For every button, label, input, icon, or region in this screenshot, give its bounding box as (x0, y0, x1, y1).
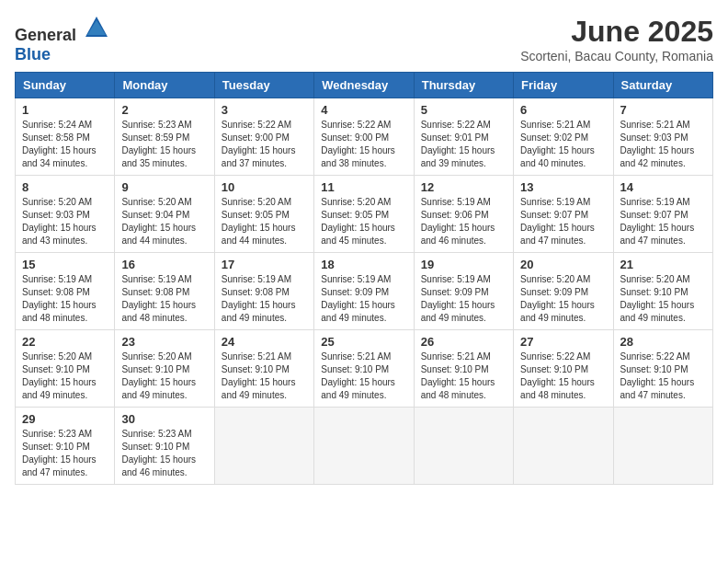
day-number: 1 (22, 103, 108, 117)
location-title: Scorteni, Bacau County, Romania (520, 49, 713, 63)
day-number: 27 (520, 335, 606, 349)
calendar-cell (613, 408, 712, 485)
day-number: 13 (520, 180, 606, 194)
day-number: 5 (421, 103, 506, 117)
day-info: Sunrise: 5:20 AM Sunset: 9:10 PM Dayligh… (121, 350, 207, 402)
calendar-week-5: 29Sunrise: 5:23 AM Sunset: 9:10 PM Dayli… (16, 408, 713, 485)
day-number: 12 (421, 180, 506, 194)
day-number: 14 (620, 180, 706, 194)
calendar-cell: 6Sunrise: 5:21 AM Sunset: 9:02 PM Daylig… (514, 98, 613, 176)
logo-text: General Blue (15, 15, 109, 64)
day-number: 7 (620, 103, 706, 117)
day-info: Sunrise: 5:19 AM Sunset: 9:09 PM Dayligh… (421, 273, 506, 325)
calendar-cell: 26Sunrise: 5:21 AM Sunset: 9:10 PM Dayli… (414, 330, 513, 408)
day-number: 18 (321, 258, 406, 271)
day-info: Sunrise: 5:20 AM Sunset: 9:09 PM Dayligh… (520, 273, 606, 325)
svg-marker-1 (87, 20, 106, 35)
calendar-cell: 1Sunrise: 5:24 AM Sunset: 8:58 PM Daylig… (16, 98, 115, 176)
weekday-header-row: SundayMondayTuesdayWednesdayThursdayFrid… (16, 73, 713, 98)
day-info: Sunrise: 5:23 AM Sunset: 9:10 PM Dayligh… (22, 428, 108, 479)
calendar-cell: 5Sunrise: 5:22 AM Sunset: 9:01 PM Daylig… (414, 98, 513, 176)
day-number: 22 (22, 335, 108, 349)
day-number: 28 (620, 335, 706, 349)
day-number: 6 (520, 103, 606, 117)
day-info: Sunrise: 5:19 AM Sunset: 9:07 PM Dayligh… (620, 196, 706, 247)
day-info: Sunrise: 5:21 AM Sunset: 9:02 PM Dayligh… (520, 119, 606, 170)
calendar-cell: 25Sunrise: 5:21 AM Sunset: 9:10 PM Dayli… (314, 330, 414, 408)
calendar-week-3: 15Sunrise: 5:19 AM Sunset: 9:08 PM Dayli… (16, 253, 713, 330)
weekday-wednesday: Wednesday (314, 73, 414, 98)
day-number: 19 (421, 258, 506, 271)
logo-blue: Blue (15, 45, 51, 63)
day-info: Sunrise: 5:24 AM Sunset: 8:58 PM Dayligh… (22, 119, 108, 170)
month-title: June 2025 (520, 15, 713, 49)
calendar-cell: 13Sunrise: 5:19 AM Sunset: 9:07 PM Dayli… (514, 176, 613, 253)
day-number: 24 (222, 335, 307, 349)
calendar-cell: 8Sunrise: 5:20 AM Sunset: 9:03 PM Daylig… (16, 176, 115, 253)
calendar-cell (514, 408, 613, 485)
day-info: Sunrise: 5:21 AM Sunset: 9:10 PM Dayligh… (421, 350, 506, 402)
day-info: Sunrise: 5:19 AM Sunset: 9:09 PM Dayligh… (321, 273, 406, 325)
day-number: 23 (121, 335, 207, 349)
day-info: Sunrise: 5:21 AM Sunset: 9:10 PM Dayligh… (321, 350, 406, 402)
day-info: Sunrise: 5:19 AM Sunset: 9:08 PM Dayligh… (222, 273, 307, 325)
day-info: Sunrise: 5:22 AM Sunset: 9:10 PM Dayligh… (620, 350, 706, 402)
day-number: 2 (121, 103, 207, 117)
day-info: Sunrise: 5:22 AM Sunset: 9:01 PM Dayligh… (421, 119, 506, 170)
day-number: 3 (222, 103, 307, 117)
calendar-cell: 9Sunrise: 5:20 AM Sunset: 9:04 PM Daylig… (115, 176, 214, 253)
day-number: 20 (520, 258, 606, 271)
day-number: 17 (222, 258, 307, 271)
day-info: Sunrise: 5:21 AM Sunset: 9:03 PM Dayligh… (620, 119, 706, 170)
day-number: 25 (321, 335, 406, 349)
calendar-cell (314, 408, 414, 485)
calendar-cell: 17Sunrise: 5:19 AM Sunset: 9:08 PM Dayli… (214, 253, 313, 330)
calendar-cell: 4Sunrise: 5:22 AM Sunset: 9:00 PM Daylig… (314, 98, 414, 176)
calendar-cell: 15Sunrise: 5:19 AM Sunset: 9:08 PM Dayli… (16, 253, 115, 330)
weekday-sunday: Sunday (16, 73, 115, 98)
day-number: 29 (22, 412, 108, 426)
calendar-cell: 3Sunrise: 5:22 AM Sunset: 9:00 PM Daylig… (214, 98, 313, 176)
day-info: Sunrise: 5:19 AM Sunset: 9:08 PM Dayligh… (22, 273, 108, 325)
calendar-cell: 27Sunrise: 5:22 AM Sunset: 9:10 PM Dayli… (514, 330, 613, 408)
calendar-cell: 12Sunrise: 5:19 AM Sunset: 9:06 PM Dayli… (414, 176, 513, 253)
calendar-cell: 7Sunrise: 5:21 AM Sunset: 9:03 PM Daylig… (613, 98, 712, 176)
title-area: June 2025 Scorteni, Bacau County, Romani… (520, 15, 713, 63)
calendar-cell: 18Sunrise: 5:19 AM Sunset: 9:09 PM Dayli… (314, 253, 414, 330)
calendar-week-2: 8Sunrise: 5:20 AM Sunset: 9:03 PM Daylig… (16, 176, 713, 253)
day-info: Sunrise: 5:23 AM Sunset: 8:59 PM Dayligh… (121, 119, 207, 170)
weekday-thursday: Thursday (414, 73, 513, 98)
day-info: Sunrise: 5:22 AM Sunset: 9:00 PM Dayligh… (321, 119, 406, 170)
calendar-cell: 21Sunrise: 5:20 AM Sunset: 9:10 PM Dayli… (613, 253, 712, 330)
day-number: 4 (321, 103, 406, 117)
day-info: Sunrise: 5:20 AM Sunset: 9:05 PM Dayligh… (321, 196, 406, 247)
day-info: Sunrise: 5:19 AM Sunset: 9:08 PM Dayligh… (121, 273, 207, 325)
calendar-cell: 14Sunrise: 5:19 AM Sunset: 9:07 PM Dayli… (613, 176, 712, 253)
day-number: 10 (222, 180, 307, 194)
day-number: 21 (620, 258, 706, 271)
calendar-body: 1Sunrise: 5:24 AM Sunset: 8:58 PM Daylig… (16, 98, 713, 485)
logo-icon (84, 15, 109, 40)
calendar-cell: 20Sunrise: 5:20 AM Sunset: 9:09 PM Dayli… (514, 253, 613, 330)
day-info: Sunrise: 5:23 AM Sunset: 9:10 PM Dayligh… (121, 428, 207, 479)
calendar-week-4: 22Sunrise: 5:20 AM Sunset: 9:10 PM Dayli… (16, 330, 713, 408)
day-info: Sunrise: 5:19 AM Sunset: 9:06 PM Dayligh… (421, 196, 506, 247)
day-info: Sunrise: 5:20 AM Sunset: 9:10 PM Dayligh… (620, 273, 706, 325)
day-number: 8 (22, 180, 108, 194)
day-info: Sunrise: 5:22 AM Sunset: 9:10 PM Dayligh… (520, 350, 606, 402)
calendar-cell: 19Sunrise: 5:19 AM Sunset: 9:09 PM Dayli… (414, 253, 513, 330)
day-number: 16 (121, 258, 207, 271)
calendar-cell: 23Sunrise: 5:20 AM Sunset: 9:10 PM Dayli… (115, 330, 214, 408)
day-info: Sunrise: 5:20 AM Sunset: 9:10 PM Dayligh… (22, 350, 108, 402)
calendar-cell: 16Sunrise: 5:19 AM Sunset: 9:08 PM Dayli… (115, 253, 214, 330)
weekday-tuesday: Tuesday (214, 73, 313, 98)
calendar-week-1: 1Sunrise: 5:24 AM Sunset: 8:58 PM Daylig… (16, 98, 713, 176)
day-info: Sunrise: 5:21 AM Sunset: 9:10 PM Dayligh… (222, 350, 307, 402)
logo: General Blue (15, 15, 109, 64)
calendar-cell: 28Sunrise: 5:22 AM Sunset: 9:10 PM Dayli… (613, 330, 712, 408)
day-info: Sunrise: 5:19 AM Sunset: 9:07 PM Dayligh… (520, 196, 606, 247)
day-number: 26 (421, 335, 506, 349)
day-info: Sunrise: 5:20 AM Sunset: 9:05 PM Dayligh… (222, 196, 307, 247)
day-info: Sunrise: 5:20 AM Sunset: 9:04 PM Dayligh… (121, 196, 207, 247)
calendar-cell: 24Sunrise: 5:21 AM Sunset: 9:10 PM Dayli… (214, 330, 313, 408)
